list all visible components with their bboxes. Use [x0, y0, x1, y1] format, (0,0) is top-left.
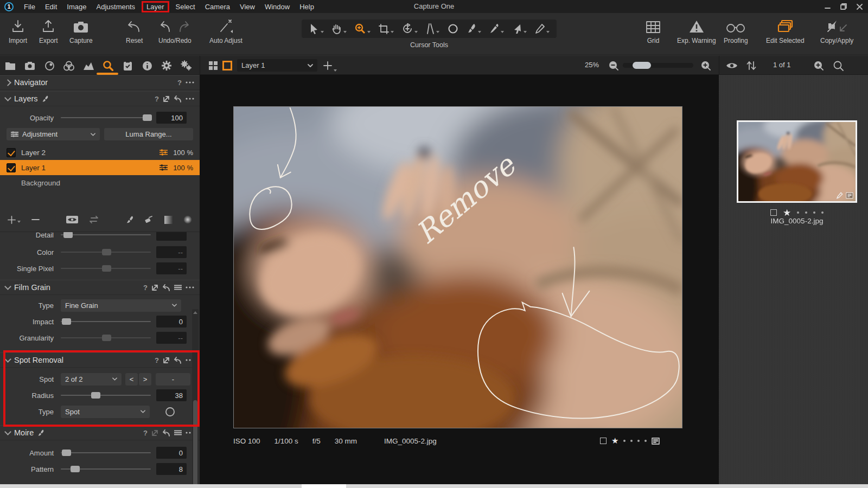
exposure-warning-button[interactable]: Exp. Warning — [677, 17, 716, 44]
rating-dot[interactable] — [623, 440, 626, 442]
browser-zoom-icon[interactable] — [812, 59, 826, 73]
granularity-slider[interactable] — [61, 333, 151, 342]
color-tag-square[interactable] — [600, 438, 607, 444]
layers-panel-header[interactable]: Layers ? — [0, 91, 200, 106]
import-button[interactable]: Import — [9, 17, 27, 44]
close-button[interactable] — [857, 4, 863, 10]
auto-adjust-button[interactable]: Auto Adjust — [209, 17, 242, 44]
mask-arrow-tool[interactable] — [512, 23, 527, 34]
pencil-tool[interactable] — [535, 23, 550, 34]
erase-mask-icon[interactable] — [145, 216, 154, 223]
grain-type-dropdown[interactable]: Fine Grain — [61, 299, 181, 312]
browser-eye-icon[interactable] — [725, 59, 739, 73]
proofing-button[interactable]: Proofing — [724, 17, 748, 44]
rating-dot[interactable] — [637, 440, 640, 442]
sort-icon[interactable] — [744, 59, 758, 73]
opacity-value[interactable]: 100 — [156, 112, 187, 124]
star-rating-icon[interactable]: ★ — [611, 436, 618, 446]
rating-dot[interactable] — [797, 211, 799, 214]
more-icon[interactable] — [186, 286, 194, 288]
layer-row-1-selected[interactable]: Layer 1 100 % — [0, 160, 200, 175]
detail-value[interactable] — [156, 232, 187, 241]
layer-visibility-checkbox[interactable] — [7, 163, 16, 172]
draw-mask-brush-icon[interactable] — [126, 216, 134, 224]
help-icon[interactable]: ? — [155, 95, 159, 103]
detail-slider[interactable] — [61, 232, 151, 239]
detach-icon[interactable] — [163, 95, 170, 102]
reset-panel-icon[interactable] — [162, 429, 170, 436]
copy-apply-button[interactable]: Copy/Apply — [820, 17, 853, 44]
capture-button[interactable]: Capture — [69, 17, 93, 44]
menu-window[interactable]: Window — [260, 1, 295, 12]
single-pixel-value[interactable]: -- — [156, 262, 187, 274]
spot-removal-tool[interactable] — [448, 23, 458, 34]
zoom-out-icon[interactable] — [607, 59, 621, 73]
tab-exposure[interactable] — [81, 59, 95, 73]
rating-dot[interactable] — [813, 211, 815, 214]
zoom-tool-active[interactable] — [355, 23, 371, 34]
rating-dot[interactable] — [805, 211, 807, 214]
select-tool[interactable] — [309, 23, 324, 34]
layer-mode-dropdown[interactable]: Adjustment — [7, 128, 100, 140]
scrollbar-thumb[interactable] — [193, 400, 197, 488]
mask-visibility-icon[interactable] — [66, 216, 78, 223]
opacity-slider[interactable] — [61, 113, 151, 122]
tab-capture[interactable] — [23, 59, 37, 73]
thumbnail-image[interactable] — [737, 120, 857, 203]
spot-removal-panel-header[interactable]: Spot Removal ? — [0, 352, 200, 368]
help-icon[interactable]: ? — [143, 284, 148, 292]
transfer-mask-icon[interactable] — [89, 216, 99, 223]
navigator-panel-header[interactable]: Navigator ? — [0, 75, 200, 90]
reset-panel-icon[interactable] — [162, 284, 170, 291]
luma-range-button[interactable]: Luma Range... — [104, 128, 193, 140]
annotations-list-icon[interactable] — [652, 438, 660, 445]
tab-adjustments[interactable] — [120, 59, 135, 73]
viewer-zoom-handle[interactable] — [633, 62, 651, 69]
tab-process[interactable] — [179, 59, 193, 73]
detach-icon[interactable] — [151, 429, 158, 436]
crop-tool[interactable] — [379, 24, 394, 34]
main-photo-canvas[interactable]: Remove — [233, 106, 682, 428]
delete-spot-button[interactable]: - — [156, 373, 190, 386]
next-spot-button[interactable]: > — [139, 373, 151, 386]
single-pixel-slider[interactable] — [61, 264, 151, 273]
layer-visibility-checkbox[interactable] — [7, 148, 16, 157]
menu-layer-highlighted[interactable]: Layer — [142, 1, 169, 12]
rating-dot[interactable] — [821, 211, 824, 214]
spot-type-dropdown[interactable]: Spot — [61, 406, 150, 418]
bottom-scrollbar-track[interactable] — [0, 484, 868, 488]
radius-value[interactable]: 38 — [156, 389, 187, 401]
amount-value[interactable]: 0 — [156, 447, 187, 459]
moire-panel-header[interactable]: Moire ? — [0, 425, 200, 440]
tab-lens[interactable] — [42, 59, 56, 73]
zoom-in-icon[interactable] — [699, 59, 713, 73]
menu-help[interactable]: Help — [295, 1, 319, 12]
impact-slider[interactable] — [61, 317, 151, 326]
brush-tool[interactable] — [467, 23, 481, 34]
rotate-tool[interactable] — [402, 23, 418, 34]
impact-value[interactable]: 0 — [156, 316, 187, 328]
straighten-tool[interactable] — [426, 23, 439, 34]
tab-library[interactable] — [3, 59, 17, 73]
spot-index-dropdown[interactable]: 2 of 2 — [61, 373, 122, 386]
star-rating-icon[interactable]: ★ — [783, 207, 791, 218]
tools-scrollbar[interactable] — [192, 309, 199, 488]
add-layer-button[interactable] — [323, 59, 337, 73]
tab-settings[interactable] — [159, 59, 174, 73]
layer-row-2[interactable]: Layer 2 100 % — [0, 145, 200, 160]
film-grain-panel-header[interactable]: Film Grain ? — [0, 280, 200, 295]
more-icon[interactable] — [186, 81, 194, 84]
rating-dot[interactable] — [630, 440, 633, 442]
pan-hand-tool[interactable] — [332, 23, 347, 34]
menu-edit[interactable]: Edit — [40, 1, 62, 12]
rating-dot[interactable] — [644, 440, 647, 442]
menu-file[interactable]: File — [19, 1, 40, 12]
color-slider[interactable] — [61, 248, 151, 256]
remove-layer-button[interactable] — [31, 218, 40, 221]
detach-icon[interactable] — [151, 284, 158, 291]
color-tag-square[interactable] — [770, 209, 777, 216]
eyedropper-tool[interactable] — [489, 23, 504, 34]
presets-icon[interactable] — [174, 285, 182, 290]
gradient-mask-icon[interactable] — [164, 216, 173, 224]
search-icon[interactable] — [831, 59, 845, 73]
